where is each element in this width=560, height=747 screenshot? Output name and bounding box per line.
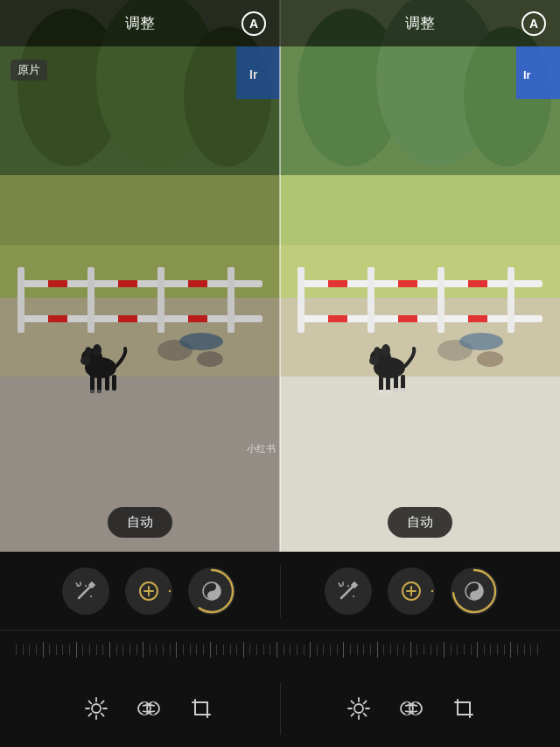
svg-rect-37 xyxy=(0,0,280,552)
wand-button-right[interactable] xyxy=(325,567,372,615)
svg-line-133 xyxy=(352,713,354,715)
svg-point-104 xyxy=(453,570,495,612)
crop-button-left[interactable] xyxy=(186,693,217,724)
svg-line-131 xyxy=(364,713,367,715)
svg-point-85 xyxy=(128,570,170,612)
svg-line-114 xyxy=(101,713,103,715)
header-left: 调整 A xyxy=(0,0,280,46)
link-icon-left xyxy=(136,695,162,722)
wand-icon-right xyxy=(336,579,360,603)
contrast-button-right[interactable] xyxy=(451,567,498,615)
wand-icon-left xyxy=(74,579,98,603)
auto-button-right[interactable]: 自动 xyxy=(388,507,452,538)
plus-circle-ring-left xyxy=(125,567,172,615)
bottom-icon-group-right xyxy=(281,693,543,724)
auto-button-left[interactable]: 自动 xyxy=(108,507,172,538)
svg-line-78 xyxy=(79,586,91,598)
bottom-icons-row xyxy=(0,669,560,747)
plus-circle-ring-right xyxy=(388,567,435,615)
sun-button-left[interactable] xyxy=(80,693,112,724)
svg-point-83 xyxy=(85,585,87,587)
contrast-ring-left xyxy=(188,567,235,615)
tool-icon-row xyxy=(0,552,560,631)
photo-comparison-area: Ir xyxy=(0,0,560,552)
sun-icon-right xyxy=(346,695,372,722)
svg-point-89 xyxy=(191,570,233,612)
svg-line-113 xyxy=(88,701,91,703)
svg-line-97 xyxy=(339,583,340,585)
photo-right-scene: Ir xyxy=(280,0,560,552)
svg-rect-77 xyxy=(280,0,560,552)
svg-point-100 xyxy=(390,570,432,612)
slider-row[interactable] xyxy=(0,631,560,669)
header-right: 调整 A xyxy=(280,0,560,46)
plus-circle-button-right[interactable] xyxy=(388,567,435,615)
svg-point-108 xyxy=(92,704,101,713)
photo-left: Ir xyxy=(0,0,280,552)
icon-group-left xyxy=(18,567,280,615)
plus-circle-button-left[interactable] xyxy=(125,567,172,615)
svg-line-132 xyxy=(364,701,367,703)
wand-button-left[interactable] xyxy=(62,567,109,615)
header-right-icon[interactable]: A xyxy=(522,11,546,36)
sun-icon-left xyxy=(83,695,109,722)
header: 调整 A 调整 A xyxy=(0,0,560,46)
photo-right: Ir xyxy=(280,0,560,552)
photo-left-scene: Ir xyxy=(0,0,280,552)
original-label: 原片 xyxy=(10,60,47,81)
svg-point-125 xyxy=(354,704,363,713)
crop-button-right[interactable] xyxy=(448,693,480,724)
svg-line-82 xyxy=(76,583,78,585)
svg-line-130 xyxy=(352,701,354,703)
tick-marks xyxy=(9,642,551,658)
contrast-button-left[interactable] xyxy=(188,567,235,615)
comparison-divider xyxy=(279,0,281,552)
contrast-ring-right xyxy=(451,567,498,615)
crop-icon-left xyxy=(188,695,214,722)
svg-line-93 xyxy=(341,586,354,598)
icon-group-right xyxy=(281,567,543,615)
header-left-icon[interactable]: A xyxy=(242,11,266,36)
bottom-icon-group-left xyxy=(18,693,280,724)
crop-icon-right xyxy=(451,695,477,722)
svg-point-99 xyxy=(353,595,354,597)
watermark-left: 小红书 xyxy=(247,442,276,455)
link-button-left[interactable] xyxy=(133,693,164,724)
link-button-right[interactable] xyxy=(396,693,427,724)
header-right-title: 调整 xyxy=(405,13,435,33)
link-icon-right xyxy=(398,695,424,722)
bottom-toolbar xyxy=(0,552,560,747)
svg-point-84 xyxy=(90,595,92,597)
svg-line-115 xyxy=(101,701,103,703)
svg-point-98 xyxy=(347,585,349,587)
header-left-title: 调整 xyxy=(125,13,155,33)
sun-button-right[interactable] xyxy=(343,693,374,724)
svg-line-116 xyxy=(88,713,91,715)
